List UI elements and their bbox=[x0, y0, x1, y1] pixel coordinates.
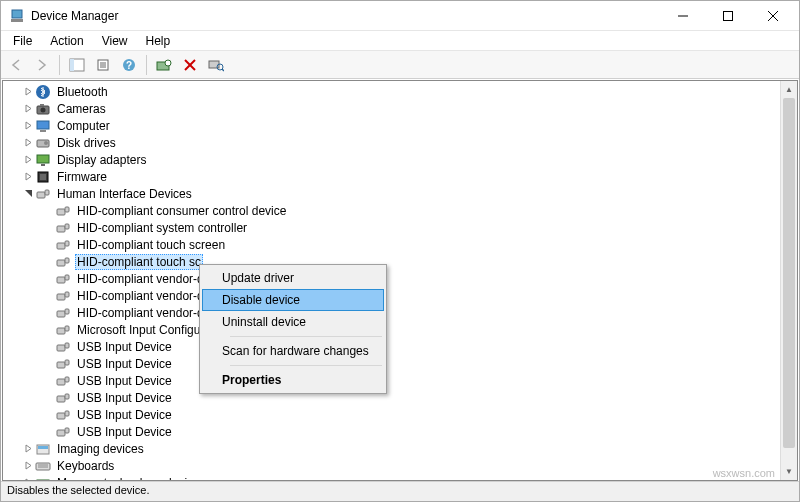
tree-category[interactable]: Firmware bbox=[3, 168, 780, 185]
svg-rect-30 bbox=[41, 164, 45, 166]
menu-help[interactable]: Help bbox=[138, 32, 179, 50]
svg-rect-46 bbox=[65, 292, 69, 297]
expand-icon[interactable] bbox=[21, 476, 35, 481]
menu-view[interactable]: View bbox=[94, 32, 136, 50]
ctx-disable-device[interactable]: Disable device bbox=[202, 289, 384, 311]
svg-rect-61 bbox=[57, 430, 65, 436]
device-tree[interactable]: BluetoothCamerasComputerDisk drivesDispl… bbox=[3, 81, 780, 480]
svg-rect-29 bbox=[37, 155, 49, 163]
svg-point-23 bbox=[41, 107, 46, 112]
tree-device[interactable]: HID-compliant vendor-d bbox=[3, 287, 780, 304]
category-label: Cameras bbox=[55, 101, 108, 117]
tree-device[interactable]: HID-compliant vendor-d bbox=[3, 270, 780, 287]
svg-rect-56 bbox=[65, 377, 69, 382]
svg-rect-53 bbox=[57, 362, 65, 368]
expand-icon[interactable] bbox=[21, 136, 35, 150]
context-menu: Update driver Disable device Uninstall d… bbox=[199, 264, 387, 394]
svg-rect-37 bbox=[57, 226, 65, 232]
scroll-thumb[interactable] bbox=[783, 98, 795, 448]
scan-hardware-button[interactable] bbox=[205, 54, 227, 76]
ctx-update-driver[interactable]: Update driver bbox=[202, 267, 384, 289]
category-label: Bluetooth bbox=[55, 84, 110, 100]
uninstall-button[interactable] bbox=[179, 54, 201, 76]
tree-category[interactable]: Keyboards bbox=[3, 457, 780, 474]
expand-icon[interactable] bbox=[21, 119, 35, 133]
device-label: HID-compliant vendor-d bbox=[75, 288, 206, 304]
tree-device[interactable]: USB Input Device bbox=[3, 338, 780, 355]
tree-category[interactable]: Imaging devices bbox=[3, 440, 780, 457]
svg-rect-44 bbox=[65, 275, 69, 280]
help-button[interactable]: ? bbox=[118, 54, 140, 76]
expand-icon[interactable] bbox=[21, 459, 35, 473]
svg-rect-1 bbox=[11, 19, 23, 22]
category-label: Firmware bbox=[55, 169, 109, 185]
svg-rect-48 bbox=[65, 309, 69, 314]
tree-device[interactable]: Microsoft Input Configu bbox=[3, 321, 780, 338]
update-driver-button[interactable] bbox=[153, 54, 175, 76]
tree-device[interactable]: USB Input Device bbox=[3, 406, 780, 423]
scroll-down-arrow[interactable]: ▼ bbox=[781, 463, 797, 480]
show-hide-console-button[interactable] bbox=[66, 54, 88, 76]
tree-device[interactable]: HID-compliant touch sc bbox=[3, 253, 780, 270]
expand-icon[interactable] bbox=[21, 85, 35, 99]
back-button[interactable] bbox=[5, 54, 27, 76]
forward-button[interactable] bbox=[31, 54, 53, 76]
svg-rect-55 bbox=[57, 379, 65, 385]
hid-device-icon bbox=[55, 288, 71, 304]
category-label: Keyboards bbox=[55, 458, 116, 474]
svg-rect-39 bbox=[57, 243, 65, 249]
tree-device[interactable]: USB Input Device bbox=[3, 389, 780, 406]
tree-category[interactable]: Bluetooth bbox=[3, 83, 780, 100]
tree-category[interactable]: Display adapters bbox=[3, 151, 780, 168]
hid-device-icon bbox=[55, 322, 71, 338]
tree-category[interactable]: Memory technology devices bbox=[3, 474, 780, 480]
vertical-scrollbar[interactable]: ▲ ▼ bbox=[780, 81, 797, 480]
minimize-button[interactable] bbox=[660, 2, 705, 30]
menu-action[interactable]: Action bbox=[42, 32, 91, 50]
hid-device-icon bbox=[55, 339, 71, 355]
toolbar-separator bbox=[146, 55, 147, 75]
svg-rect-54 bbox=[65, 360, 69, 365]
tree-category[interactable]: Human Interface Devices bbox=[3, 185, 780, 202]
menu-file[interactable]: File bbox=[5, 32, 40, 50]
tree-device[interactable]: USB Input Device bbox=[3, 372, 780, 389]
tree-device[interactable]: HID-compliant touch screen bbox=[3, 236, 780, 253]
hid-device-icon bbox=[55, 271, 71, 287]
properties-button[interactable] bbox=[92, 54, 114, 76]
ctx-scan-hardware[interactable]: Scan for hardware changes bbox=[202, 340, 384, 362]
expand-icon[interactable] bbox=[21, 102, 35, 116]
tree-device[interactable]: USB Input Device bbox=[3, 355, 780, 372]
svg-rect-36 bbox=[65, 207, 69, 212]
close-button[interactable] bbox=[750, 2, 795, 30]
tree-device[interactable]: USB Input Device bbox=[3, 423, 780, 440]
device-label: HID-compliant vendor-d bbox=[75, 271, 206, 287]
expand-icon[interactable] bbox=[21, 153, 35, 167]
tree-category[interactable]: Computer bbox=[3, 117, 780, 134]
tree-category[interactable]: Cameras bbox=[3, 100, 780, 117]
collapse-icon[interactable] bbox=[21, 187, 35, 201]
expand-icon[interactable] bbox=[21, 170, 35, 184]
svg-rect-45 bbox=[57, 294, 65, 300]
ctx-properties[interactable]: Properties bbox=[202, 369, 384, 391]
scroll-up-arrow[interactable]: ▲ bbox=[781, 81, 797, 98]
hid-device-icon bbox=[55, 305, 71, 321]
tree-device[interactable]: HID-compliant consumer control device bbox=[3, 202, 780, 219]
svg-rect-52 bbox=[65, 343, 69, 348]
memory-icon bbox=[35, 475, 51, 481]
tree-category[interactable]: Disk drives bbox=[3, 134, 780, 151]
device-label: Microsoft Input Configu bbox=[75, 322, 202, 338]
tree-device[interactable]: HID-compliant vendor-d bbox=[3, 304, 780, 321]
category-label: Human Interface Devices bbox=[55, 186, 194, 202]
expand-icon[interactable] bbox=[21, 442, 35, 456]
category-label: Disk drives bbox=[55, 135, 118, 151]
tree-device[interactable]: HID-compliant system controller bbox=[3, 219, 780, 236]
computer-icon bbox=[35, 118, 51, 134]
category-label: Memory technology devices bbox=[55, 475, 208, 481]
device-label: USB Input Device bbox=[75, 424, 174, 440]
ctx-uninstall-device[interactable]: Uninstall device bbox=[202, 311, 384, 333]
maximize-button[interactable] bbox=[705, 2, 750, 30]
svg-point-15 bbox=[165, 60, 171, 66]
device-label: HID-compliant system controller bbox=[75, 220, 249, 236]
toolbar-separator bbox=[59, 55, 60, 75]
category-label: Display adapters bbox=[55, 152, 148, 168]
